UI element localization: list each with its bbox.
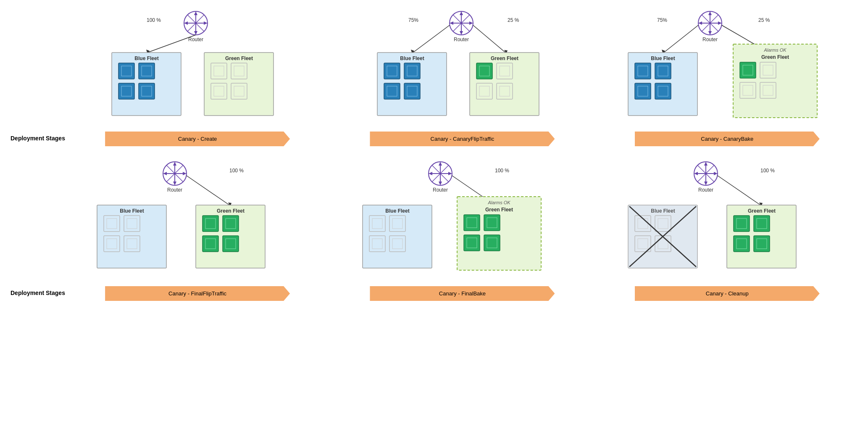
svg-rect-47 — [384, 63, 400, 79]
svg-rect-89 — [655, 83, 671, 99]
svg-line-43 — [473, 25, 505, 53]
stage-canary-create: Router 100 % Blue Fleet — [78, 4, 313, 132]
stage-final-bake: Router 100 % Blue Fleet — [344, 155, 579, 286]
svg-line-40 — [413, 25, 450, 53]
svg-rect-200 — [734, 236, 750, 252]
router-label-1: Router — [188, 37, 203, 42]
svg-rect-129 — [223, 216, 239, 232]
deployment-stages-label-1: Deployment Stages — [8, 132, 65, 146]
svg-rect-83 — [635, 63, 651, 79]
svg-rect-57 — [476, 63, 492, 79]
svg-rect-127 — [203, 216, 218, 232]
svg-rect-87 — [635, 83, 651, 99]
svg-rect-49 — [404, 63, 420, 79]
svg-text:Blue Fleet: Blue Fleet — [120, 208, 144, 214]
svg-text:Alarms OK: Alarms OK — [763, 47, 786, 53]
svg-text:100 %: 100 % — [229, 168, 244, 174]
svg-rect-133 — [223, 236, 239, 252]
svg-rect-131 — [203, 236, 218, 252]
traffic-100-1: 100 % — [147, 17, 161, 23]
banner-final-bake: Canary - FinalBake — [370, 286, 555, 301]
svg-text:Blue Fleet: Blue Fleet — [651, 208, 675, 214]
banner-cleanup: Canary - Cleanup — [635, 286, 820, 301]
svg-text:Router: Router — [433, 187, 448, 193]
svg-text:Blue Fleet: Blue Fleet — [400, 55, 424, 61]
svg-rect-202 — [754, 236, 770, 252]
svg-text:Green Fleet: Green Fleet — [761, 54, 789, 60]
top-diagrams-row: Router 100 % Blue Fleet — [8, 4, 860, 132]
svg-rect-148 — [363, 205, 432, 268]
banner-canary-flip: Canary - CanaryFlipTraffic — [370, 132, 555, 146]
svg-text:Green Fleet: Green Fleet — [491, 55, 518, 61]
stage-cleanup: Router 100 % Blue Fleet — [609, 155, 844, 286]
svg-line-113 — [187, 176, 229, 205]
svg-rect-85 — [655, 63, 671, 79]
canary-bake-svg: Router 75% 25 % Blue Fleet — [609, 4, 844, 130]
svg-rect-14 — [139, 63, 155, 79]
svg-text:75%: 75% — [408, 17, 418, 23]
svg-rect-196 — [734, 216, 750, 232]
svg-rect-16 — [118, 83, 134, 99]
svg-text:25 %: 25 % — [758, 17, 770, 23]
canary-create-svg: Router 100 % Blue Fleet — [78, 4, 313, 130]
svg-text:100 %: 100 % — [760, 168, 775, 174]
bottom-left-spacer — [8, 155, 63, 286]
svg-text:100 %: 100 % — [495, 168, 509, 174]
svg-text:Blue Fleet: Blue Fleet — [385, 208, 409, 214]
svg-text:Router: Router — [167, 187, 182, 193]
svg-line-180 — [718, 176, 760, 205]
svg-text:Router: Router — [454, 37, 469, 42]
stage-canary-bake: Router 75% 25 % Blue Fleet — [609, 4, 844, 132]
deployment-stages-label-2: Deployment Stages — [8, 286, 65, 301]
stage-final-flip: Router 100 % Blue Fleet — [78, 155, 313, 286]
svg-rect-161 — [464, 215, 480, 231]
svg-rect-18 — [139, 83, 155, 99]
svg-rect-165 — [464, 235, 480, 251]
svg-rect-53 — [404, 83, 420, 99]
svg-rect-55 — [470, 53, 539, 116]
svg-rect-115 — [97, 205, 166, 268]
top-diagrams-area: Router 100 % Blue Fleet — [63, 4, 860, 132]
svg-text:Router: Router — [698, 187, 713, 193]
svg-rect-94 — [740, 62, 756, 78]
banner-canary-create: Canary - Create — [105, 132, 290, 146]
svg-rect-51 — [384, 83, 400, 99]
bottom-banners-row: Deployment Stages Canary - FinalFlipTraf… — [8, 286, 860, 301]
cleanup-svg: Router 100 % Blue Fleet — [609, 155, 844, 285]
svg-text:Alarms OK: Alarms OK — [487, 200, 510, 205]
banner-canary-bake: Canary - CanaryBake — [635, 132, 820, 146]
bottom-diagrams-area: Router 100 % Blue Fleet — [63, 155, 860, 286]
canary-flip-svg: Router 75% 25 % Blue Fleet — [344, 4, 579, 130]
bottom-diagrams-row: Router 100 % Blue Fleet — [8, 155, 860, 286]
top-left-spacer — [8, 4, 63, 132]
svg-text:75%: 75% — [657, 17, 667, 23]
svg-text:Router: Router — [702, 37, 718, 42]
svg-text:Green Fleet: Green Fleet — [217, 208, 245, 214]
stage-canary-flip: Router 75% 25 % Blue Fleet — [344, 4, 579, 132]
svg-text:25 %: 25 % — [508, 17, 519, 23]
svg-rect-20 — [204, 53, 274, 116]
svg-rect-12 — [118, 63, 134, 79]
svg-rect-198 — [754, 216, 770, 232]
final-flip-svg: Router 100 % Blue Fleet — [78, 155, 313, 285]
bottom-banners-area: Canary - FinalFlipTraffic Canary - Final… — [65, 286, 860, 301]
svg-rect-167 — [484, 235, 500, 251]
blue-fleet-label-1: Blue Fleet — [134, 55, 158, 61]
svg-rect-163 — [484, 215, 500, 231]
banner-final-flip: Canary - FinalFlipTraffic — [105, 286, 290, 301]
main-container: Router 100 % Blue Fleet — [0, 0, 868, 309]
top-banners-area: Canary - Create Canary - CanaryFlipTraff… — [65, 132, 860, 146]
svg-text:Green Fleet: Green Fleet — [748, 208, 776, 214]
final-bake-svg: Router 100 % Blue Fleet — [344, 155, 579, 285]
green-fleet-label-1: Green Fleet — [225, 55, 253, 61]
svg-line-76 — [664, 25, 698, 53]
svg-text:Green Fleet: Green Fleet — [485, 207, 513, 213]
svg-text:Blue Fleet: Blue Fleet — [651, 55, 675, 61]
svg-line-9 — [147, 35, 196, 53]
top-banners-row: Deployment Stages Canary - Create Canary… — [8, 132, 860, 146]
